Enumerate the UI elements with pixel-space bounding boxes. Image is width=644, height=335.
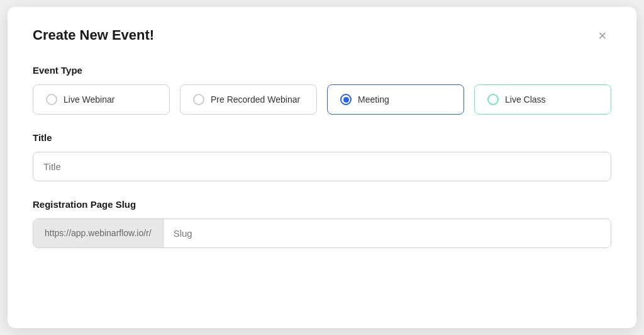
event-type-section: Event Type Live Webinar Pre Recorded Web… (33, 65, 611, 115)
slug-prefix: https://app.webinarflow.io/r/ (33, 219, 164, 247)
radio-card-live-webinar[interactable]: Live Webinar (33, 84, 170, 115)
close-button[interactable]: × (594, 27, 611, 45)
radio-card-meeting[interactable]: Meeting (327, 84, 464, 115)
slug-input[interactable] (164, 219, 611, 247)
radio-label-meeting: Meeting (358, 94, 389, 105)
radio-label-live-webinar: Live Webinar (64, 94, 114, 105)
slug-label: Registration Page Slug (33, 199, 611, 210)
modal-dialog: Create New Event! × Event Type Live Webi… (8, 7, 636, 328)
radio-label-pre-recorded-webinar: Pre Recorded Webinar (211, 94, 300, 105)
radio-card-pre-recorded-webinar[interactable]: Pre Recorded Webinar (180, 84, 317, 115)
radio-circle-meeting (340, 94, 352, 105)
event-type-label: Event Type (33, 65, 611, 76)
radio-circle-pre-recorded-webinar (193, 94, 204, 105)
slug-section: Registration Page Slug https://app.webin… (33, 199, 611, 248)
modal-title: Create New Event! (33, 27, 154, 43)
radio-label-live-class: Live Class (505, 94, 546, 105)
title-input[interactable] (33, 152, 611, 181)
title-label: Title (33, 132, 611, 143)
radio-circle-live-class (487, 94, 499, 105)
slug-row: https://app.webinarflow.io/r/ (33, 219, 611, 248)
modal-header: Create New Event! × (33, 27, 611, 45)
title-section: Title (33, 132, 611, 181)
radio-card-live-class[interactable]: Live Class (474, 84, 611, 115)
event-type-options: Live Webinar Pre Recorded Webinar Meetin… (33, 84, 611, 115)
radio-circle-live-webinar (46, 94, 57, 105)
